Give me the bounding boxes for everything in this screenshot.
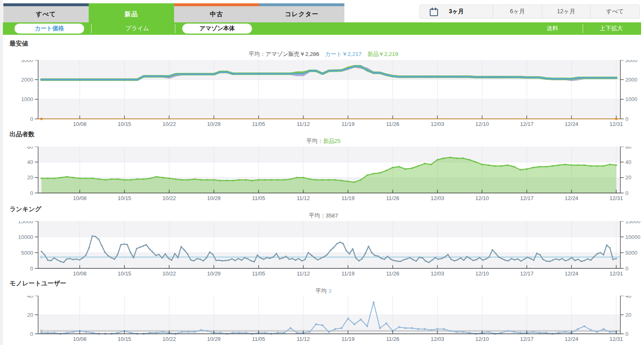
svg-text:0: 0	[30, 116, 33, 122]
svg-text:10/22: 10/22	[162, 336, 176, 342]
tab-collector-label: コレクター	[259, 6, 344, 22]
tab-all-label: すべて	[3, 6, 89, 22]
svg-text:20: 20	[27, 312, 33, 318]
svg-text:0: 0	[30, 331, 33, 337]
svg-text:1000: 1000	[21, 96, 33, 102]
tab-collector[interactable]: コレクター	[259, 3, 344, 22]
svg-text:3000: 3000	[21, 60, 33, 63]
sellers-chart-plot[interactable]: 0020204040606010/0810/1510/2210/2911/051…	[3, 147, 644, 203]
expand-button[interactable]: 上下拡大	[588, 22, 634, 35]
svg-text:10/22: 10/22	[162, 121, 176, 127]
svg-text:11/26: 11/26	[386, 195, 399, 201]
svg-text:20: 20	[625, 174, 631, 181]
toolbar-divider	[175, 24, 175, 33]
svg-text:10/29: 10/29	[207, 121, 221, 127]
svg-text:2000: 2000	[625, 77, 637, 83]
period-3months-label: 3ヶ月	[449, 8, 464, 15]
svg-text:12/17: 12/17	[520, 121, 534, 127]
tab-new-strip	[89, 3, 174, 6]
amazon-body-button[interactable]: アマゾン本体	[182, 24, 252, 34]
svg-text:15000: 15000	[625, 221, 640, 224]
svg-text:10/15: 10/15	[118, 336, 131, 342]
svg-text:11/12: 11/12	[297, 121, 310, 127]
shipping-label: 送料	[547, 25, 558, 32]
svg-text:11/12: 11/12	[297, 336, 310, 342]
svg-text:60: 60	[27, 147, 33, 150]
svg-text:10/08: 10/08	[73, 121, 87, 127]
svg-text:5000: 5000	[21, 250, 33, 256]
condition-tabs: すべて 新品 中古 コレクター	[3, 3, 344, 22]
svg-text:11/12: 11/12	[297, 195, 310, 201]
svg-text:0: 0	[625, 331, 628, 337]
svg-text:12/03: 12/03	[431, 270, 444, 277]
svg-text:12/03: 12/03	[431, 336, 444, 342]
svg-text:11/12: 11/12	[297, 270, 310, 277]
svg-text:11/19: 11/19	[341, 336, 355, 342]
amazon-body-label: アマゾン本体	[199, 25, 235, 32]
svg-text:0: 0	[30, 190, 33, 196]
svg-text:15000: 15000	[18, 221, 33, 224]
period-all-label: すべて	[606, 8, 624, 15]
tab-used[interactable]: 中古	[174, 3, 259, 22]
shipping-button[interactable]: 送料	[535, 22, 570, 35]
svg-text:11/19: 11/19	[341, 270, 355, 277]
ranking-chart-plot[interactable]: 00500050001000010000150001500010/0810/15…	[3, 221, 644, 278]
svg-text:10/29: 10/29	[207, 336, 221, 342]
svg-text:10/29: 10/29	[207, 270, 221, 277]
svg-text:12/24: 12/24	[565, 195, 579, 201]
tab-all[interactable]: すべて	[3, 3, 89, 22]
period-3months[interactable]: 3ヶ月	[420, 5, 493, 18]
svg-text:10/08: 10/08	[73, 336, 87, 342]
tab-new[interactable]: 新品	[89, 3, 174, 22]
svg-text:20: 20	[27, 174, 33, 181]
period-all[interactable]: すべて	[590, 5, 639, 18]
monorate-dashboard: すべて 新品 中古 コレクター 3ヶ月 6ヶ月	[0, 0, 644, 345]
users-chart-average: 平均 3	[3, 287, 644, 295]
period-selector: 3ヶ月 6ヶ月 12ヶ月 すべて	[419, 5, 640, 19]
expand-label: 上下拡大	[600, 25, 623, 32]
svg-text:11/19: 11/19	[341, 121, 355, 127]
svg-text:1000: 1000	[625, 96, 637, 102]
users-chart-title: モノレートユーザー	[10, 280, 66, 287]
price-chart-average: 平均：アマゾン販売￥2,286カート￥2,217新品￥2,219	[3, 51, 644, 58]
toolbar-divider	[91, 24, 92, 33]
period-12months-label: 12ヶ月	[557, 8, 575, 15]
svg-text:12/24: 12/24	[565, 336, 579, 342]
svg-text:10/29: 10/29	[207, 195, 221, 201]
svg-text:0: 0	[30, 265, 33, 272]
svg-text:11/05: 11/05	[252, 270, 265, 277]
prime-label: プライム	[125, 25, 149, 32]
svg-text:12/31: 12/31	[610, 270, 623, 277]
svg-text:12/10: 12/10	[475, 121, 489, 127]
svg-text:12/24: 12/24	[565, 121, 579, 127]
svg-text:10000: 10000	[18, 234, 33, 240]
users-chart-plot[interactable]: 002020404010/0810/1510/2210/2911/0511/12…	[3, 296, 644, 344]
svg-text:12/31: 12/31	[610, 195, 623, 201]
ranking-chart-average: 平均：3587	[3, 212, 644, 220]
sellers-chart-average: 平均：新品25	[3, 138, 644, 145]
tab-used-strip	[174, 3, 259, 6]
svg-text:12/17: 12/17	[520, 336, 534, 342]
toolbar-divider	[583, 24, 583, 33]
svg-text:0: 0	[625, 116, 628, 122]
calendar-icon[interactable]	[429, 7, 439, 17]
prime-button[interactable]: プライム	[111, 22, 163, 35]
price-chart-title: 最安値	[10, 40, 28, 48]
cart-price-button[interactable]: カート価格	[15, 24, 84, 34]
tab-all-strip	[3, 3, 89, 6]
tab-used-label: 中古	[174, 6, 259, 22]
svg-text:12/24: 12/24	[565, 270, 579, 277]
period-12months[interactable]: 12ヶ月	[542, 5, 590, 18]
price-chart-plot[interactable]: 0010001000200020003000300010/0810/1510/2…	[3, 60, 644, 129]
svg-text:60: 60	[625, 147, 631, 150]
tab-new-label: 新品	[89, 6, 174, 22]
svg-text:40: 40	[27, 296, 33, 299]
svg-text:10/22: 10/22	[162, 270, 176, 277]
svg-text:0: 0	[625, 265, 628, 272]
svg-text:20: 20	[625, 312, 631, 318]
period-6months[interactable]: 6ヶ月	[493, 5, 542, 18]
svg-text:11/05: 11/05	[252, 336, 265, 342]
svg-text:12/03: 12/03	[431, 195, 444, 201]
svg-text:12/10: 12/10	[475, 195, 489, 201]
svg-text:40: 40	[625, 296, 631, 299]
